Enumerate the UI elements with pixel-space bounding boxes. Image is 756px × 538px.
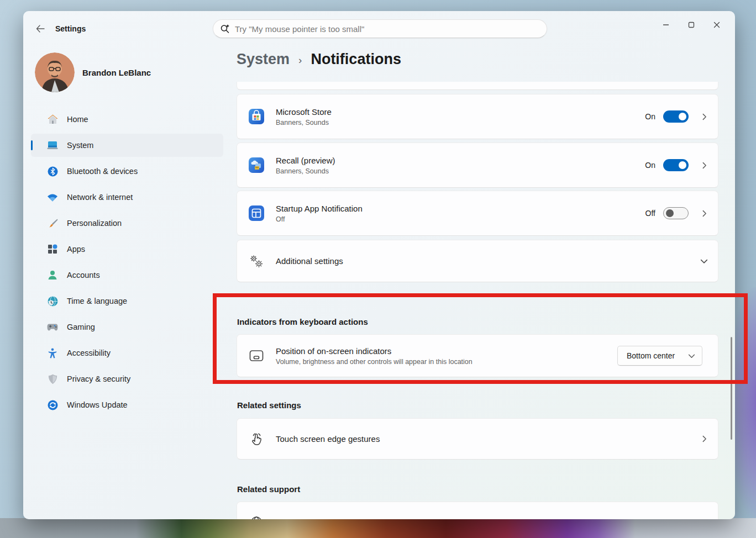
- toggle-state-label: Off: [645, 209, 655, 218]
- time-language-icon: [47, 296, 58, 307]
- shield-icon: [47, 373, 58, 384]
- row-title: Touch screen edge gestures: [276, 434, 689, 444]
- sidebar-item-network-internet[interactable]: Network & internet: [31, 186, 223, 209]
- sidebar-item-label: Privacy & security: [67, 375, 130, 383]
- maximize-button[interactable]: [679, 15, 704, 34]
- user-name: Brandon LeBlanc: [82, 68, 151, 77]
- row-title: Position of on-screen indicators: [276, 346, 617, 356]
- sidebar-nav: Home System: [31, 108, 223, 419]
- position-indicators-row: Position of on-screen indicators Volume,…: [237, 334, 718, 377]
- wifi-icon: [47, 192, 58, 203]
- chevron-down-icon[interactable]: [700, 257, 708, 265]
- additional-settings-expander[interactable]: Additional settings: [237, 240, 718, 282]
- bluetooth-icon: [47, 166, 58, 177]
- gears-icon: [248, 254, 265, 268]
- sidebar-item-label: Bluetooth & devices: [67, 167, 138, 176]
- row-subtitle: Banners, Sounds: [276, 119, 645, 126]
- maximize-icon: [688, 22, 695, 28]
- sidebar-item-label: Home: [67, 115, 88, 124]
- position-dropdown[interactable]: Bottom center: [617, 346, 702, 366]
- avatar: [35, 52, 75, 92]
- apps-icon: [47, 244, 58, 255]
- recall-toggle[interactable]: [663, 159, 689, 171]
- touch-gesture-icon: [248, 432, 265, 446]
- system-icon: [47, 140, 58, 151]
- sidebar-item-time-language[interactable]: Time & language: [31, 289, 223, 313]
- main-content: System › Notifications: [237, 46, 718, 519]
- back-arrow-icon: [36, 25, 45, 33]
- sidebar-item-accessibility[interactable]: Accessibility: [31, 341, 223, 365]
- row-title: Microsoft Store: [276, 107, 645, 117]
- clipped-card-sliver: [237, 82, 718, 90]
- microsoft-store-icon: [248, 108, 265, 125]
- chevron-right-icon[interactable]: [701, 435, 708, 442]
- search-icon: [220, 24, 230, 34]
- titlebar: Settings: [23, 11, 735, 46]
- sidebar-item-label: System: [67, 141, 93, 150]
- startup-toggle[interactable]: [663, 207, 689, 219]
- sidebar-item-privacy-security[interactable]: Privacy & security: [31, 367, 223, 391]
- notification-row-startup-app[interactable]: Startup App Notification Off Off: [237, 191, 718, 236]
- globe-search-icon: [248, 515, 265, 519]
- sidebar-item-personalization[interactable]: Personalization: [31, 212, 223, 235]
- wallpaper-strip: [0, 518, 756, 538]
- sidebar-item-label: Time & language: [67, 297, 127, 305]
- chevron-right-icon[interactable]: [701, 113, 708, 120]
- toggle-state-label: On: [645, 161, 655, 170]
- search-box[interactable]: [213, 19, 547, 38]
- brush-icon: [47, 218, 58, 229]
- window-controls: [653, 15, 729, 34]
- sidebar-item-bluetooth-devices[interactable]: Bluetooth & devices: [31, 160, 223, 183]
- row-subtitle: Off: [276, 215, 645, 223]
- section-header-related-support: Related support: [237, 484, 300, 494]
- store-toggle[interactable]: [663, 110, 689, 123]
- scrollbar[interactable]: [731, 337, 732, 440]
- back-button[interactable]: [33, 22, 48, 35]
- minimize-button[interactable]: [653, 15, 679, 34]
- row-title: Recall (preview): [276, 156, 645, 165]
- row-subtitle: Banners, Sounds: [276, 167, 645, 175]
- page-title: Notifications: [311, 51, 401, 68]
- app-title: Settings: [55, 24, 86, 33]
- sidebar-item-gaming[interactable]: Gaming: [31, 315, 223, 339]
- chevron-right-icon[interactable]: [701, 210, 708, 217]
- close-button[interactable]: [704, 15, 729, 34]
- row-subtitle: Volume, brightness and other controls wi…: [276, 358, 617, 366]
- user-profile[interactable]: Brandon LeBlanc: [35, 52, 151, 92]
- help-from-web-row[interactable]: Help from the web: [237, 502, 718, 519]
- sidebar-item-accounts[interactable]: Accounts: [31, 263, 223, 287]
- notification-row-recall[interactable]: Recall (preview) Banners, Sounds On: [237, 143, 718, 188]
- breadcrumb-separator: ›: [298, 54, 302, 66]
- sidebar-item-apps[interactable]: Apps: [31, 238, 223, 261]
- minimize-icon: [663, 22, 669, 28]
- chevron-right-icon[interactable]: [701, 162, 708, 169]
- sidebar-item-label: Accessibility: [67, 349, 111, 357]
- windows-update-icon: [47, 399, 58, 410]
- on-screen-indicator-icon: [248, 350, 265, 362]
- row-title: Additional settings: [276, 256, 688, 266]
- sidebar: Brandon LeBlanc Home: [23, 46, 237, 519]
- touch-gestures-row[interactable]: Touch screen edge gestures: [237, 418, 718, 460]
- sidebar-item-label: Personalization: [67, 219, 122, 228]
- sidebar-item-windows-update[interactable]: Windows Update: [31, 393, 223, 416]
- search-input[interactable]: [235, 24, 540, 34]
- chevron-up-icon[interactable]: [700, 518, 708, 519]
- sidebar-item-label: Accounts: [67, 271, 100, 279]
- position-dropdown-value: Bottom center: [627, 351, 675, 360]
- sidebar-item-system[interactable]: System: [31, 134, 223, 157]
- gaming-icon: [47, 321, 58, 333]
- sidebar-item-label: Network & internet: [67, 193, 133, 202]
- row-title: Startup App Notification: [276, 204, 645, 213]
- notification-row-microsoft-store[interactable]: Microsoft Store Banners, Sounds On: [237, 94, 718, 139]
- breadcrumb-system[interactable]: System: [237, 51, 290, 68]
- sidebar-item-label: Gaming: [67, 323, 95, 331]
- toggle-state-label: On: [645, 112, 655, 121]
- chevron-down-icon: [688, 352, 695, 360]
- home-icon: [47, 114, 58, 125]
- recall-icon: [248, 157, 265, 173]
- sidebar-item-home[interactable]: Home: [31, 108, 223, 131]
- close-icon: [713, 22, 720, 28]
- startup-app-icon: [248, 205, 265, 221]
- accessibility-icon: [47, 347, 58, 358]
- sidebar-item-label: Windows Update: [67, 400, 128, 409]
